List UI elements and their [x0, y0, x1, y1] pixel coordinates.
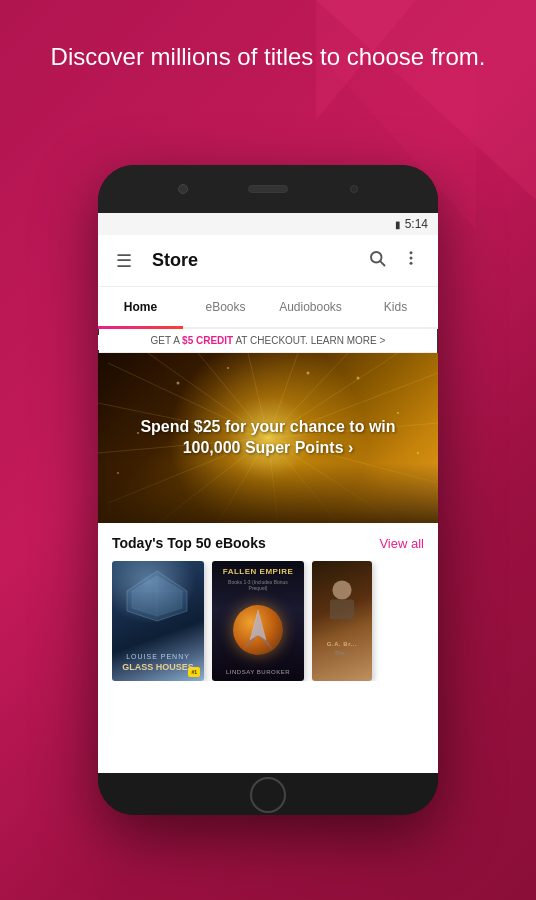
tab-bar: Home eBooks Audiobooks Kids: [98, 287, 438, 329]
svg-line-1: [380, 261, 384, 265]
phone-sensor: [350, 185, 358, 193]
promo-credit: $5 CREDIT: [182, 335, 233, 346]
hero-banner[interactable]: Spend $25 for your chance to win 100,000…: [98, 353, 438, 523]
promo-prefix: GET A: [151, 335, 183, 346]
svg-point-2: [410, 251, 413, 254]
phone-screen: ▮ 5:14 ☰ Store H: [98, 213, 438, 773]
svg-point-23: [177, 382, 180, 385]
hero-columns-decoration: [98, 463, 438, 523]
book-3-author: G.A. Br...: [318, 641, 366, 648]
book-1-author: Louise Penny: [120, 653, 196, 660]
books-section-title: Today's Top 50 eBooks: [112, 535, 266, 551]
tab-ebooks[interactable]: eBooks: [183, 287, 268, 327]
books-header: Today's Top 50 eBooks View all: [112, 535, 424, 551]
book-item-glass-houses[interactable]: Louise Penny Glass Houses #1: [112, 561, 204, 681]
svg-point-3: [410, 257, 413, 260]
status-bar: ▮ 5:14: [98, 213, 438, 235]
view-all-button[interactable]: View all: [379, 536, 424, 551]
more-options-icon[interactable]: [398, 245, 424, 276]
tab-kids[interactable]: Kids: [353, 287, 438, 327]
phone-bottom-bezel: [98, 773, 438, 815]
hero-text: Spend $25 for your chance to win 100,000…: [98, 417, 438, 459]
svg-point-26: [397, 412, 399, 414]
book-1-text: Louise Penny Glass Houses: [120, 653, 196, 673]
book-3-cover-art: [318, 567, 366, 637]
book-1-cover-art: [117, 566, 197, 626]
svg-point-38: [332, 580, 351, 599]
svg-point-27: [227, 367, 229, 369]
tab-audiobooks[interactable]: Audiobooks: [268, 287, 353, 327]
header-tagline: Discover millions of titles to choose fr…: [0, 40, 536, 74]
books-section: Today's Top 50 eBooks View all Louise P: [98, 523, 438, 689]
nav-bar: ☰ Store: [98, 235, 438, 287]
phone-top-bezel: [98, 165, 438, 213]
book-2-title: Fallen Empire: [218, 567, 298, 577]
promo-banner[interactable]: GET A $5 CREDIT AT CHECKOUT. LEARN MORE …: [98, 329, 438, 353]
phone-home-button[interactable]: [250, 777, 286, 813]
svg-point-4: [410, 262, 413, 265]
tab-home[interactable]: Home: [98, 287, 183, 327]
books-row: Louise Penny Glass Houses #1 Fallen Empi…: [112, 561, 424, 681]
phone-mockup: ▮ 5:14 ☰ Store H: [98, 165, 438, 815]
book-item-fallen-empire[interactable]: Fallen Empire Books 1-3 (Includes Bonus …: [212, 561, 304, 681]
book-2-author: Lindsay Buroker: [218, 669, 298, 675]
nav-title: Store: [152, 250, 364, 271]
svg-rect-39: [330, 600, 354, 620]
promo-suffix: AT CHECKOUT. LEARN MORE >: [233, 335, 385, 346]
phone-speaker: [248, 185, 288, 193]
status-time: 5:14: [405, 217, 428, 231]
hero-chevron-icon: ›: [348, 439, 353, 456]
book-1-title: Glass Houses: [120, 662, 196, 673]
spaceship-illustration: [228, 600, 288, 660]
header-tagline-text: Discover millions of titles to choose fr…: [51, 43, 486, 70]
svg-marker-35: [250, 610, 266, 640]
battery-icon: ▮: [395, 219, 401, 230]
book-3-subtitle: The...: [318, 650, 366, 656]
book-2-subtitle: Books 1-3 (Includes Bonus Prequel): [218, 579, 298, 591]
menu-icon[interactable]: ☰: [112, 248, 136, 274]
svg-point-28: [307, 372, 310, 375]
phone-camera: [178, 184, 188, 194]
search-icon[interactable]: [364, 245, 390, 276]
svg-point-24: [357, 377, 360, 380]
book-2-planet-art: [218, 595, 298, 665]
book-item-partial[interactable]: G.A. Br... The...: [312, 561, 372, 681]
